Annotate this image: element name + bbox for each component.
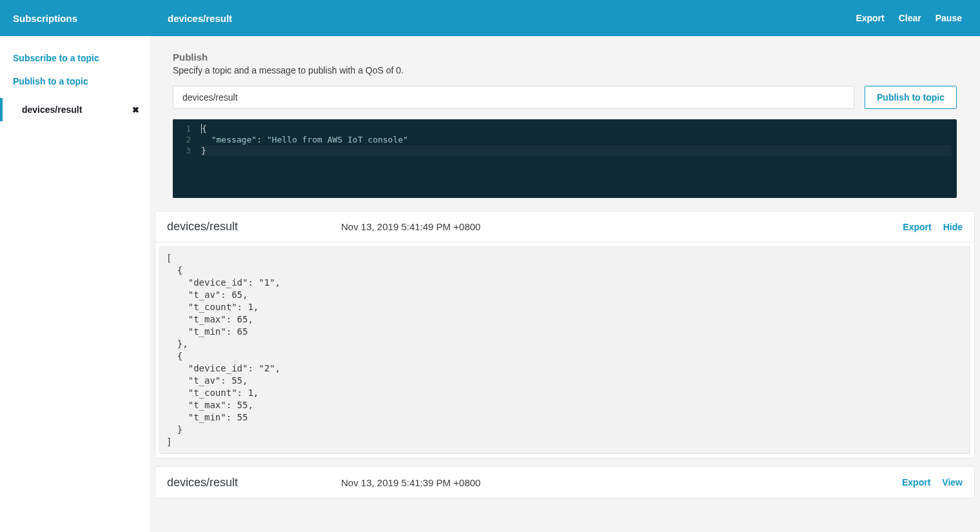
message-time: Nov 13, 2019 5:41:39 PM +0800	[341, 477, 902, 488]
message-editor[interactable]: 123 { "message": "Hello from AWS IoT con…	[173, 119, 957, 198]
message-export-button[interactable]: Export	[902, 477, 930, 488]
publish-link[interactable]: Publish to a topic	[0, 70, 150, 93]
header-export-button[interactable]: Export	[856, 13, 884, 23]
publish-button[interactable]: Publish to topic	[865, 86, 957, 109]
message-export-button[interactable]: Export	[903, 222, 931, 232]
topic-input[interactable]	[173, 86, 854, 109]
message-item: devices/result Nov 13, 2019 5:41:39 PM +…	[155, 466, 975, 498]
message-toggle-button[interactable]: Hide	[943, 222, 963, 232]
sidebar: Subscriptions Subscribe to a topic Publi…	[0, 0, 150, 532]
close-icon[interactable]: ✖	[132, 105, 139, 115]
publish-section: Publish Specify a topic and a message to…	[150, 36, 980, 211]
header-clear-button[interactable]: Clear	[899, 13, 921, 23]
message-time: Nov 13, 2019 5:41:49 PM +0800	[341, 221, 903, 232]
sidebar-title: Subscriptions	[13, 13, 77, 24]
subscribe-link[interactable]: Subscribe to a topic	[0, 46, 150, 70]
message-item: devices/result Nov 13, 2019 5:41:49 PM +…	[155, 211, 975, 458]
message-topic: devices/result	[167, 220, 341, 233]
sidebar-item-label: devices/result	[22, 104, 82, 115]
message-list: devices/result Nov 13, 2019 5:41:49 PM +…	[150, 211, 980, 514]
main-header: devices/result Export Clear Pause	[150, 0, 980, 36]
message-toggle-button[interactable]: View	[942, 477, 963, 488]
message-topic: devices/result	[167, 476, 341, 489]
publish-desc: Specify a topic and a message to publish…	[173, 65, 957, 75]
header-pause-button[interactable]: Pause	[936, 13, 962, 23]
sidebar-item-topic[interactable]: devices/result ✖	[0, 98, 150, 121]
publish-label: Publish	[173, 52, 957, 63]
page-title: devices/result	[168, 13, 232, 24]
message-body: [ { "device_id": "1", "t_av": 65, "t_cou…	[159, 246, 970, 454]
editor-gutter: 123	[173, 119, 196, 198]
sidebar-header: Subscriptions	[0, 0, 150, 36]
